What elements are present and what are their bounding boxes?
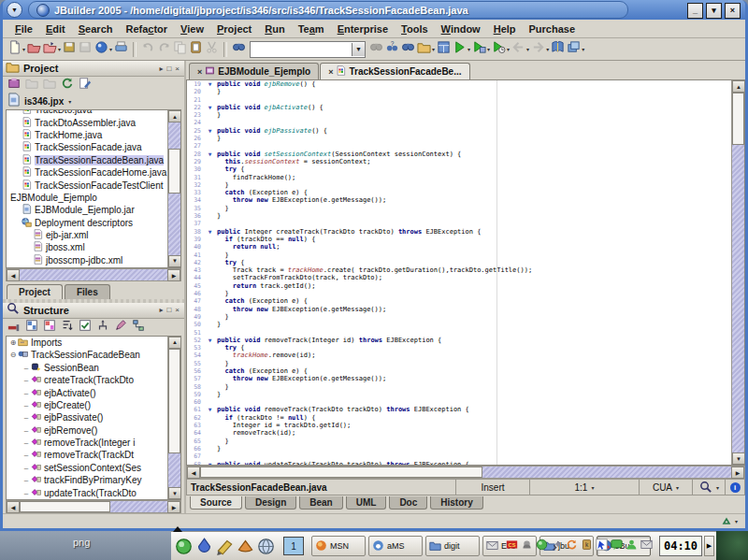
tray-chat[interactable] xyxy=(611,538,623,554)
code-line[interactable]: 19▼public void ejbRemove() { xyxy=(187,80,731,88)
project-float-icon[interactable]: ▸ xyxy=(157,65,165,73)
code-line[interactable]: 59} xyxy=(187,391,731,398)
code-line[interactable]: 23} xyxy=(187,111,731,119)
fold-marker-icon[interactable]: ▼ xyxy=(203,80,217,88)
code-line[interactable]: 20} xyxy=(187,88,731,95)
structure-tree-item[interactable]: –ejbPassivate() xyxy=(7,411,167,424)
window-list-button[interactable]: ▾ xyxy=(566,40,585,58)
code-line[interactable]: 58 } xyxy=(187,383,731,391)
scroll-down-icon[interactable]: ▼ xyxy=(168,487,181,499)
structure-tree-item[interactable]: –ejbActivate() xyxy=(7,386,167,398)
code-line[interactable]: 52▼public void removeTrack(Integer id) t… xyxy=(187,337,731,344)
workspace-pager[interactable]: 1 xyxy=(283,537,304,555)
scroll-up-icon[interactable]: ▲ xyxy=(168,337,181,349)
paste-button[interactable] xyxy=(188,40,204,58)
code-line[interactable]: 60 xyxy=(187,398,731,406)
view-tab-history[interactable]: History xyxy=(430,496,482,510)
structure-tree-item[interactable]: –setSessionContext(Ses xyxy=(7,462,167,474)
chevron-down-icon[interactable]: ▾ xyxy=(582,46,584,52)
task-button-ams[interactable]: aMS xyxy=(368,536,423,556)
code-line[interactable]: 36} xyxy=(187,212,731,220)
scroll-left-icon[interactable]: ◀ xyxy=(7,269,20,281)
menu-help[interactable]: Help xyxy=(487,22,523,36)
make-button[interactable]: ▾ xyxy=(94,40,113,58)
code-line[interactable]: 27 xyxy=(187,142,731,150)
menu-file[interactable]: File xyxy=(8,22,39,36)
editor-scrollbar[interactable]: ▲ ▼ xyxy=(731,80,744,465)
editor-tab-tracksessionfacadebe-[interactable]: ×TrackSessionFacadeBe... xyxy=(320,63,469,79)
expanded-handle-icon[interactable]: ⊖ xyxy=(8,351,18,359)
project-tree-item[interactable]: TrackSessionFacade.java xyxy=(7,141,167,153)
chevron-down-icon[interactable]: ▾ xyxy=(109,46,112,52)
structure-tree-item[interactable]: –updateTrack(TrackDto xyxy=(7,486,167,498)
show-imports-button[interactable] xyxy=(24,318,39,336)
code-line[interactable]: 65 } xyxy=(187,438,731,445)
save-commit-button[interactable] xyxy=(62,40,78,58)
code-editor[interactable]: 19▼public void ejbRemove() {20}2122▼publ… xyxy=(186,79,745,466)
status-keymap[interactable]: CUA▾ xyxy=(639,480,692,495)
code-line[interactable]: 37 xyxy=(187,220,731,227)
project-maximize-icon[interactable]: □ xyxy=(165,65,173,73)
menu-search[interactable]: Search xyxy=(72,22,120,36)
chevron-down-icon[interactable]: ▼ xyxy=(352,43,365,56)
maximize-button[interactable]: ▾ xyxy=(706,3,722,19)
launcher-orange[interactable] xyxy=(235,536,255,556)
fold-marker-icon[interactable]: ▼ xyxy=(203,406,217,413)
editor-hscrollbar[interactable]: ◀ ▶ xyxy=(186,466,745,479)
browse-files-button[interactable]: ▾ xyxy=(416,40,436,58)
project-tree-item[interactable]: TrackHome.java xyxy=(7,129,167,141)
chevron-down-icon[interactable]: ▾ xyxy=(468,46,470,52)
code-line[interactable]: 41 } xyxy=(187,251,731,259)
project-close-icon[interactable]: × xyxy=(173,65,181,73)
code-line[interactable]: 42 try { xyxy=(187,259,731,266)
code-line[interactable]: 32 } xyxy=(187,181,731,189)
code-line[interactable]: 44 setTrackFromTrackDto(track, trackDto)… xyxy=(187,274,731,281)
code-line[interactable]: 50} xyxy=(187,321,731,328)
code-line[interactable]: 62 if (trackDto != null) { xyxy=(187,414,731,422)
panel-expand-arrow[interactable]: ▶ xyxy=(704,536,714,556)
editor-tab-ejbmodule-ejemplo[interactable]: ×EJBModule_Ejemplo xyxy=(189,63,319,79)
tray-plug[interactable] xyxy=(551,538,563,554)
open-project-button[interactable] xyxy=(26,40,42,58)
project-properties-button[interactable] xyxy=(7,77,22,94)
scroll-up-icon[interactable]: ▲ xyxy=(732,80,745,93)
code-line[interactable]: 51 xyxy=(187,329,731,337)
code-line[interactable]: 31 findTrackHome(); xyxy=(187,174,731,181)
menu-edit[interactable]: Edit xyxy=(39,22,72,36)
structure-tree-hscrollbar[interactable]: ◀ ▶ xyxy=(6,500,181,513)
code-line[interactable]: 67 xyxy=(187,452,731,460)
scroll-right-icon[interactable]: ▶ xyxy=(167,269,180,281)
launcher-web[interactable] xyxy=(255,536,276,556)
close-button[interactable]: × xyxy=(725,3,741,19)
code-line[interactable]: 40 return null; xyxy=(187,243,731,251)
search-combobox[interactable]: ▼ xyxy=(250,41,366,58)
tray-klipper[interactable]: k xyxy=(581,538,593,554)
structure-tree-scrollbar[interactable]: ▲ ▼ xyxy=(167,337,180,499)
close-icon[interactable]: × xyxy=(197,67,202,77)
project-tree-item[interactable]: Deployment descriptors xyxy=(7,217,167,229)
code-line[interactable]: 21 xyxy=(187,96,731,104)
code-line[interactable]: 28▼public void setSessionContext(Session… xyxy=(187,151,731,158)
debug-button[interactable]: ▾ xyxy=(471,40,491,58)
project-tree-item[interactable]: TrackSessionFacadeTestClient xyxy=(7,179,167,191)
menu-purchase[interactable]: Purchase xyxy=(523,22,583,36)
status-insert-mode[interactable]: Insert xyxy=(455,480,529,495)
menu-team[interactable]: Team xyxy=(292,22,331,36)
structure-tree-item[interactable]: –removeTrack(Integer i xyxy=(7,437,167,449)
close-icon[interactable]: × xyxy=(328,67,333,77)
chevron-down-icon[interactable]: ▾ xyxy=(487,46,490,52)
tab-files[interactable]: Files xyxy=(65,284,110,299)
status-info-icon[interactable]: i xyxy=(725,480,744,495)
structure-tree-item[interactable]: ⊕Imports xyxy=(7,337,167,349)
code-line[interactable]: 34 throw new EJBException(e.getMessage()… xyxy=(187,196,731,204)
code-line[interactable]: 45 return track.getId(); xyxy=(187,282,731,290)
code-line[interactable]: 48 throw new EJBException(e.getMessage()… xyxy=(187,306,731,313)
view-tab-source[interactable]: Source xyxy=(190,496,242,510)
tab-project[interactable]: Project xyxy=(7,284,63,299)
scroll-up-icon[interactable]: ▲ xyxy=(168,110,181,122)
structure-tree-item[interactable]: –ejbRemove() xyxy=(7,424,167,436)
tray-cs[interactable]: CS xyxy=(506,538,518,554)
code-line[interactable]: 22▼public void ejbActivate() { xyxy=(187,104,731,111)
menu-view[interactable]: View xyxy=(174,22,210,36)
chevron-down-icon[interactable]: ▾ xyxy=(432,46,435,52)
